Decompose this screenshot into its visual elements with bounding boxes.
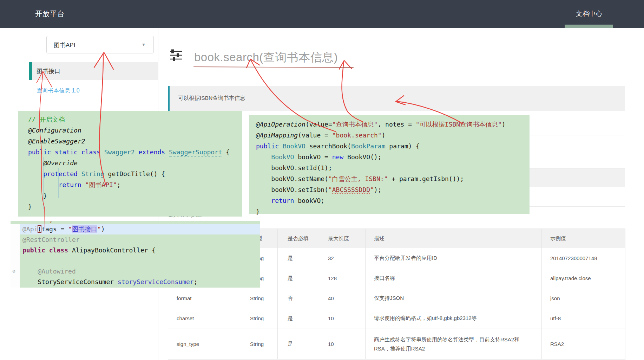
table-cell: 32 <box>318 248 366 268</box>
code-line: return "图书API"; <box>18 179 242 190</box>
sidebar-item-label: 图书接口 <box>37 67 60 75</box>
table-cell: charset <box>168 308 236 328</box>
table-header-cell: 是否必填 <box>278 229 318 248</box>
code-line: @Override <box>18 158 242 168</box>
api-group-dropdown[interactable]: 图书API ▼ <box>46 36 154 53</box>
code-line: public BookVO searchBook(BookParam param… <box>249 141 530 152</box>
sidebar-link-book-search[interactable]: 查询书本信息 1.0 <box>37 87 80 95</box>
top-navbar: 开放平台 文档中心 <box>0 0 644 28</box>
brand-title: 开放平台 <box>35 9 65 19</box>
code-line: protected String getDocTitle() { <box>18 168 242 179</box>
sidebar-item-book-api[interactable]: 图书接口 <box>29 62 158 80</box>
table-row: charsetString是10请求使用的编码格式，如utf-8,gbk,gb2… <box>168 308 625 328</box>
table-cell: 40 <box>318 288 366 308</box>
code-line: } <box>18 201 242 212</box>
sliders-icon <box>169 49 183 63</box>
indent-guide <box>271 152 271 204</box>
table-cell: 128 <box>318 268 366 288</box>
table-cell: utf-8 <box>542 308 625 328</box>
code-line: public class AlipayBookController { <box>11 245 260 256</box>
code-line: @ApiMapping(value = "book.search") <box>249 130 530 141</box>
table-cell: 10 <box>318 328 366 360</box>
code-line: bookVO.setName("白雪公主, ISBN:" + param.get… <box>249 173 530 184</box>
table-cell: RSA2 <box>542 328 625 360</box>
code-line: bookVO.setId(1); <box>249 162 530 173</box>
code-fold-icon: ⊖ <box>12 269 15 274</box>
table-cell: 否 <box>278 288 318 308</box>
table-header-cell: 最大长度 <box>318 229 366 248</box>
table-cell: 商户生成签名字符串所使用的签名算法类型，目前支持RSA2和RSA，推荐使用RSA… <box>366 328 542 360</box>
table-cell: 是 <box>278 308 318 328</box>
code-line: @EnableSwagger2 <box>18 136 242 147</box>
code-line <box>11 256 260 266</box>
table-row: formatString否40仅支持JSONjson <box>168 288 625 308</box>
hidden-section-divider <box>513 135 625 135</box>
active-item-bar <box>29 62 32 80</box>
table-cell: json <box>542 288 625 308</box>
table-cell: 是 <box>278 248 318 268</box>
code-line: @ApiOperation(value="查询书本信息", notes = "可… <box>249 119 530 130</box>
code-line: } <box>249 206 530 217</box>
code-line: StoryServiceConsumer storyServiceConsume… <box>11 277 260 287</box>
table-header-cell: 描述 <box>366 229 542 248</box>
chevron-down-icon: ▼ <box>142 42 146 47</box>
code-snippet-swagger-config: // 开启文档@Configuration@EnableSwagger2publ… <box>18 111 242 217</box>
arrow-title-right-head <box>339 60 351 69</box>
table-header-cell: 示例值 <box>542 229 625 248</box>
table-cell: 10 <box>318 308 366 328</box>
code-line: BookVO bookVO = new BookVO(); <box>249 152 530 162</box>
table-cell: String <box>236 288 278 308</box>
table-cell: 2014072300007148 <box>542 248 625 268</box>
api-description-text: 可以根据ISBN查询书本信息 <box>178 95 245 102</box>
nav-item-doc-center[interactable]: 文档中心 <box>576 9 603 18</box>
code-line: // 开启文档 <box>18 114 242 125</box>
table-cell: String <box>236 308 278 328</box>
table-cell: 是 <box>278 268 318 288</box>
page-title: book.search(查询书本信息) <box>194 50 338 65</box>
code-snippet-controller-method: @ApiOperation(value="查询书本信息", notes = "可… <box>249 115 530 214</box>
table-cell: 仅支持JSON <box>366 288 542 308</box>
code-line: public static class Swagger2 extends Swa… <box>18 147 242 158</box>
table-cell: String <box>236 328 278 360</box>
code-line: @Autowired <box>11 266 260 277</box>
active-tab-indicator <box>565 25 613 28</box>
code-snippet-controller-class: ⊖ ",@Api(tags = "图书接口")@RestControllerpu… <box>11 221 260 288</box>
hidden-table-row-fragment <box>513 187 625 207</box>
editor-gutter <box>11 224 20 288</box>
code-line: ", <box>11 221 260 224</box>
table-cell: sign_type <box>168 328 236 360</box>
api-description-box: 可以根据ISBN查询书本信息 <box>168 86 625 111</box>
code-line: return bookVO; <box>249 195 530 206</box>
code-line: @RestController <box>11 234 260 245</box>
title-red-underline <box>194 67 353 68</box>
table-row: sign_typeString是10商户生成签名字符串所使用的签名算法类型，目前… <box>168 328 625 360</box>
indent-guide <box>58 168 59 198</box>
table-cell: 是 <box>278 328 318 360</box>
table-cell: alipay.trade.close <box>542 268 625 288</box>
code-line: bookVO.setIsbn("ABCSSSSDDD"); <box>249 184 530 195</box>
code-line: @Api(tags = "图书接口") <box>11 224 260 234</box>
code-line: @Configuration <box>18 125 242 136</box>
title-divider <box>170 75 625 75</box>
table-cell: 请求使用的编码格式，如utf-8,gbk,gb2312等 <box>366 308 542 328</box>
indent-guide <box>43 157 44 209</box>
table-cell: 接口名称 <box>366 268 542 288</box>
code-line: } <box>18 190 242 201</box>
table-cell: format <box>168 288 236 308</box>
hidden-table-header-fragment <box>513 168 625 187</box>
table-cell: 平台分配给开发者的应用ID <box>366 248 542 268</box>
api-group-dropdown-value: 图书API <box>54 41 75 49</box>
